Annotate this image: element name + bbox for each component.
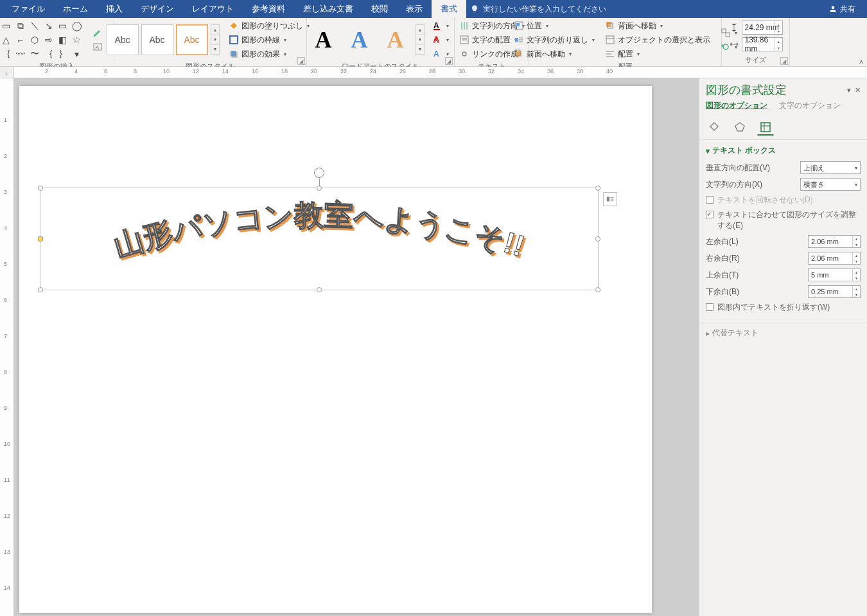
text-fill-button[interactable]: A▾: [430, 19, 451, 32]
shape-brace-l-icon[interactable]: ｛: [0, 48, 13, 60]
section-alt-text-header[interactable]: ▸ 代替テキスト: [706, 328, 861, 339]
wrap-in-shape-checkbox[interactable]: 図形内でテキストを折り返す(W): [706, 302, 861, 313]
tab-review[interactable]: 校閲: [362, 0, 397, 18]
wordart-textbox[interactable]: 山形パソコン教室へようこそ!!: [40, 188, 599, 290]
width-input[interactable]: 139.86 mm▴▾: [742, 37, 783, 51]
wa-gallery-scroll[interactable]: ▴▾▾: [416, 24, 425, 55]
handle-nw[interactable]: [38, 186, 43, 191]
style-swatch-1[interactable]: Abc: [107, 24, 139, 55]
height-input[interactable]: 24.29 mm▴▾: [742, 21, 783, 35]
share-button[interactable]: 共有: [819, 4, 864, 15]
tab-mailings[interactable]: 差し込み文書: [294, 0, 362, 18]
layout-options-icon: [606, 195, 615, 204]
ruler-horizontal[interactable]: L 246810121416182022242628303234363840: [0, 67, 867, 78]
shape-hexagon-icon[interactable]: ⬡: [28, 33, 41, 46]
margin-right-input[interactable]: 2.06 mm▴▾: [808, 252, 861, 265]
ruler-vertical[interactable]: 1234567891011121314: [0, 78, 14, 616]
handle-w-adjust[interactable]: [38, 236, 43, 242]
shape-triangle-icon[interactable]: △: [0, 33, 13, 46]
shape-more-icon[interactable]: ▾: [71, 48, 83, 60]
shape-elbow-icon[interactable]: ⌐: [14, 33, 27, 46]
shape-callout-icon[interactable]: ◧: [57, 33, 69, 46]
shape-oval-icon[interactable]: ◯: [71, 19, 83, 32]
shape-wave-icon[interactable]: 〰: [14, 48, 27, 60]
autofit-chk[interactable]: [706, 211, 714, 218]
pane-tab-text-options[interactable]: 文字のオプション: [779, 100, 841, 111]
shape-curve-icon[interactable]: 〜: [28, 48, 41, 60]
document-area[interactable]: 山形パソコン教室へようこそ!!: [14, 78, 699, 616]
rotate-handle[interactable]: [314, 168, 324, 178]
handle-s[interactable]: [317, 287, 322, 292]
wordart-gallery[interactable]: A A A ▴▾▾: [308, 24, 425, 55]
shape-style-gallery[interactable]: Abc Abc Abc ▴▾▾: [107, 24, 220, 55]
v-align-select[interactable]: 上揃え▾: [800, 161, 861, 174]
send-backward-button[interactable]: 背面へ移動▾: [602, 19, 713, 32]
shape-brace-r-icon[interactable]: ｝: [57, 48, 69, 60]
wa-swatch-1[interactable]: A: [308, 24, 340, 55]
bucket-icon: [229, 21, 239, 31]
align-button[interactable]: 配置▾: [602, 48, 713, 60]
width-icon: [729, 39, 739, 49]
style-swatch-3[interactable]: Abc: [176, 24, 208, 55]
group-arrange: 位置▾ 文字列の折り返し▾ 前面へ移動▾ 背面へ移動▾ オブジェクトの選択と表示…: [529, 18, 722, 66]
handle-e[interactable]: [595, 236, 600, 242]
pane-menu-button[interactable]: ▾: [847, 86, 851, 94]
shapes-gallery[interactable]: ▭ ⧉ ＼ ↘ ▭ ◯ △ ⌐ ⬡ ⇨ ◧ ☆ ｛ 〰 〜 ｛ ｝: [0, 19, 83, 60]
margin-left-input[interactable]: 2.06 mm▴▾: [808, 235, 861, 248]
tab-design[interactable]: デザイン: [132, 0, 183, 18]
shape-block-arrow-icon[interactable]: ⇨: [42, 33, 55, 46]
shape-line-icon[interactable]: ＼: [28, 19, 41, 32]
page: 山形パソコン教室へようこそ!!: [19, 86, 652, 613]
tab-insert[interactable]: 挿入: [97, 0, 132, 18]
collapse-ribbon-button[interactable]: ʌ: [859, 58, 863, 65]
selection-pane-button[interactable]: オブジェクトの選択と表示: [602, 33, 713, 46]
shape-outline-button[interactable]: 図形の枠線▾: [226, 33, 312, 46]
wa-swatch-3[interactable]: A: [380, 24, 412, 55]
wrap-in-shape-chk[interactable]: [706, 303, 714, 311]
text-dir-select[interactable]: 横書き▾: [800, 178, 861, 191]
section-textbox-header[interactable]: ▾ テキスト ボックス: [706, 145, 861, 156]
autofit-checkbox[interactable]: テキストに合わせて図形のサイズを調整する(E): [706, 209, 861, 231]
margin-bottom-input[interactable]: 0.25 mm▴▾: [808, 285, 861, 298]
edit-shape-icon: [92, 28, 103, 38]
text-effects-icon: A: [432, 49, 442, 59]
shape-fill-button[interactable]: 図形の塗りつぶし▾: [226, 19, 312, 32]
shape-textframe-icon[interactable]: ⧉: [14, 19, 27, 32]
style-gallery-scroll[interactable]: ▴▾▾: [211, 24, 220, 55]
text-dir-label: 文字列の方向(X): [706, 179, 762, 190]
shape-arrow-icon[interactable]: ↘: [42, 19, 55, 32]
pane-ico-effects[interactable]: [731, 119, 748, 136]
style-swatch-2[interactable]: Abc: [141, 24, 173, 55]
tab-home[interactable]: ホーム: [54, 0, 97, 18]
tell-me-search[interactable]: 実行したい作業を入力してください: [470, 4, 819, 15]
handle-n[interactable]: [317, 186, 322, 191]
handle-sw[interactable]: [38, 287, 43, 292]
pane-close-button[interactable]: ✕: [855, 86, 861, 94]
shape-textbox-icon[interactable]: ▭: [0, 19, 13, 32]
tab-file[interactable]: ファイル: [3, 0, 54, 18]
bring-forward-button[interactable]: 前面へ移動▾: [511, 48, 597, 60]
tab-references[interactable]: 参考資料: [243, 0, 294, 18]
wa-swatch-2[interactable]: A: [344, 24, 376, 55]
layout-options-button[interactable]: [603, 192, 617, 206]
shape-rect-icon[interactable]: ▭: [57, 19, 69, 32]
shape-star-icon[interactable]: ☆: [71, 33, 83, 46]
handle-ne[interactable]: [595, 186, 600, 191]
pane-tab-shape-options[interactable]: 図形のオプション: [706, 100, 767, 111]
handle-se[interactable]: [595, 287, 600, 292]
align-text-icon: [459, 35, 469, 45]
position-button[interactable]: 位置▾: [511, 19, 597, 32]
text-fill-icon: A: [432, 21, 442, 31]
pane-ico-layout[interactable]: [757, 119, 774, 136]
position-icon: [514, 21, 524, 31]
margin-top-input[interactable]: 5 mm▴▾: [808, 268, 861, 281]
tab-layout[interactable]: レイアウト: [183, 0, 243, 18]
tab-format[interactable]: 書式: [432, 0, 466, 18]
text-outline-button[interactable]: A▾: [430, 33, 451, 46]
size-launcher[interactable]: ◢: [780, 57, 788, 65]
wrap-text-button[interactable]: 文字列の折り返し▾: [511, 33, 597, 46]
shape-styles-launcher[interactable]: ◢: [297, 57, 305, 65]
tab-view[interactable]: 表示: [397, 0, 432, 18]
shape-brace-l2-icon[interactable]: ｛: [42, 48, 55, 60]
pane-ico-fill[interactable]: [706, 119, 722, 136]
